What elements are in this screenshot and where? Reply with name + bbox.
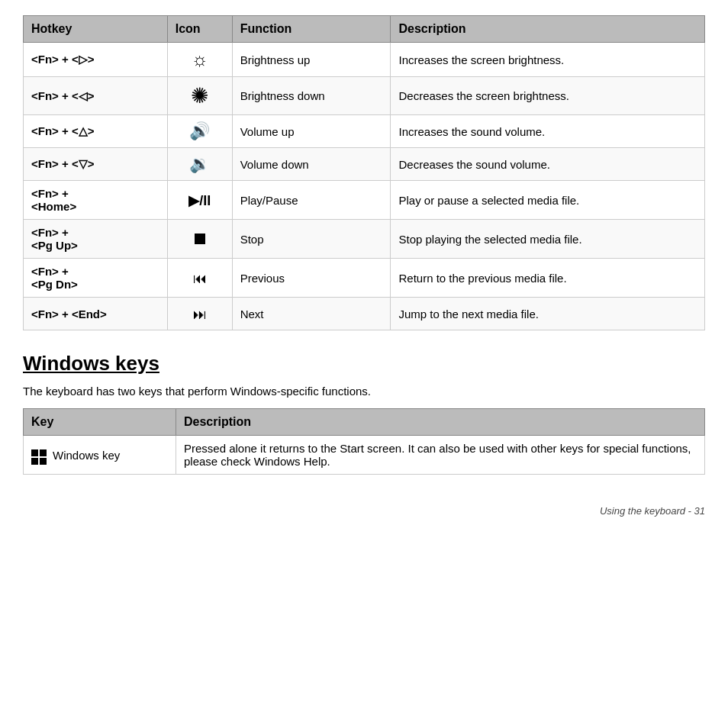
previous-icon: ⏮	[193, 271, 207, 286]
description-cell: Increases the sound volume.	[391, 115, 705, 148]
brightness-down-icon: ✺	[191, 83, 208, 108]
windows-keys-title: Windows keys	[23, 352, 705, 375]
description-cell: Stop playing the selected media file.	[391, 220, 705, 259]
hotkey-table: Hotkey Icon Function Description <Fn> + …	[23, 15, 705, 330]
next-icon: ⏭	[193, 307, 207, 322]
page-footer: Using the keyboard - 31	[23, 505, 705, 517]
windows-keys-description: The keyboard has two keys that perform W…	[23, 385, 705, 398]
icon-cell	[167, 220, 232, 259]
win-col-header-desc: Description	[176, 409, 705, 436]
hotkey-cell: <Fn> + <End>	[24, 298, 168, 330]
hotkey-cell: <Fn> + <△>	[24, 115, 168, 148]
function-cell: Volume down	[232, 148, 391, 181]
table-row: Windows key Pressed alone it returns to …	[24, 436, 705, 475]
volume-down-icon: 🔉	[189, 154, 210, 173]
win-description-cell: Pressed alone it returns to the Start sc…	[176, 436, 705, 475]
hotkey-cell: <Fn> + <Home>	[24, 181, 168, 220]
hotkey-cell: <Fn> + <◁>	[24, 77, 168, 115]
description-cell: Decreases the screen brightness.	[391, 77, 705, 115]
col-header-icon: Icon	[167, 16, 232, 43]
function-cell: Next	[232, 298, 391, 330]
description-cell: Jump to the next media file.	[391, 298, 705, 330]
table-row: <Fn> + <End> ⏭ Next Jump to the next med…	[24, 298, 705, 330]
hotkey-cell: <Fn> + <Pg Dn>	[24, 259, 168, 298]
function-cell: Stop	[232, 220, 391, 259]
table-row: <Fn> + <△> 🔊 Volume up Increases the sou…	[24, 115, 705, 148]
footer-text: Using the keyboard - 31	[600, 505, 705, 517]
hotkey-cell: <Fn> + <▷>	[24, 43, 168, 77]
function-cell: Previous	[232, 259, 391, 298]
windows-logo-icon	[31, 446, 47, 465]
description-cell: Return to the previous media file.	[391, 259, 705, 298]
function-cell: Brightness up	[232, 43, 391, 77]
col-header-hotkey: Hotkey	[24, 16, 168, 43]
function-cell: Brightness down	[232, 77, 391, 115]
table-row: <Fn> + <▷> ☼ Brightness up Increases the…	[24, 43, 705, 77]
table-row: <Fn> + <Pg Up> Stop Stop playing the sel…	[24, 220, 705, 259]
col-header-description: Description	[391, 16, 705, 43]
description-cell: Decreases the sound volume.	[391, 148, 705, 181]
windows-keys-table: Key Description Windows key Pressed alon…	[23, 408, 705, 475]
win-key-cell: Windows key	[24, 436, 176, 475]
table-row: <Fn> + <Pg Dn> ⏮ Previous Return to the …	[24, 259, 705, 298]
hotkey-cell: <Fn> + <Pg Up>	[24, 220, 168, 259]
function-cell: Play/Pause	[232, 181, 391, 220]
table-row: <Fn> + <▽> 🔉 Volume down Decreases the s…	[24, 148, 705, 181]
icon-cell: 🔉	[167, 148, 232, 181]
table-row: <Fn> + <◁> ✺ Brightness down Decreases t…	[24, 77, 705, 115]
icon-cell: 🔊	[167, 115, 232, 148]
stop-icon	[195, 229, 205, 248]
icon-cell: ⏭	[167, 298, 232, 330]
icon-cell: ⏮	[167, 259, 232, 298]
brightness-up-icon: ☼	[192, 49, 208, 70]
win-key-label: Windows key	[53, 449, 120, 462]
function-cell: Volume up	[232, 115, 391, 148]
win-col-header-key: Key	[24, 409, 176, 436]
icon-cell: ✺	[167, 77, 232, 115]
hotkey-cell: <Fn> + <▽>	[24, 148, 168, 181]
icon-cell: ▶/II	[167, 181, 232, 220]
volume-up-icon: 🔊	[189, 121, 210, 140]
icon-cell: ☼	[167, 43, 232, 77]
description-cell: Play or pause a selected media file.	[391, 181, 705, 220]
description-cell: Increases the screen brightness.	[391, 43, 705, 77]
play-pause-icon: ▶/II	[188, 193, 211, 208]
table-row: <Fn> + <Home> ▶/II Play/Pause Play or pa…	[24, 181, 705, 220]
col-header-function: Function	[232, 16, 391, 43]
